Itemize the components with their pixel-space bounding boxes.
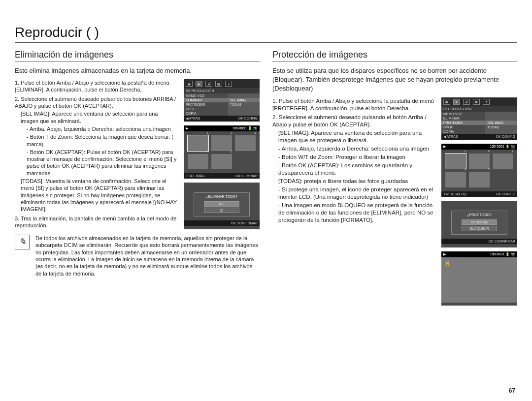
right-todas-b2: - Una imagen en modo BLOQUEO se proteger… — [272, 202, 434, 224]
menu-section: REPRODUCCIÓN — [441, 106, 517, 112]
menu-item: DPOF — [441, 125, 485, 129]
left-screen-dialog: ¿ELIMINAR TODO? NO SÍ OK CONFIRMAR — [184, 183, 260, 229]
footer-back: ◀ ATRÁS — [443, 135, 458, 139]
menu-item: SEL IMAG — [485, 121, 517, 125]
left-todas: [TODAS]: Muestra la ventana de confirmac… — [15, 178, 177, 213]
left-screen-menu: ▣ ▶ 🔊 ▦ ✦ REPRODUCCIÓN MEMO VOZ ELIMINAR… — [184, 79, 260, 122]
right-step1: 1. Pulse el botón Arriba / Abajo y selec… — [272, 97, 434, 112]
note-icon: ✎ — [15, 235, 30, 249]
right-column: Protección de imágenes Esto se utiliza p… — [272, 50, 517, 306]
left-heading: Eliminación de imágenes — [15, 50, 260, 62]
right-step2: 2. Seleccione el submenú deseado pulsand… — [272, 114, 434, 128]
menu-item: MEMO VOZ — [441, 112, 485, 116]
menu-item — [485, 112, 517, 116]
menu-item: DPOF — [184, 107, 228, 111]
tab-icon: ▦ — [473, 99, 480, 105]
page-title: Reproducir ( ) — [15, 25, 517, 43]
footer-back: ◀ ATRÁS — [186, 117, 200, 121]
grid-cell: 5 — [211, 154, 232, 170]
grid-cell: 3 — [235, 135, 256, 151]
menu-item — [485, 129, 517, 134]
grid-cell: 4 — [445, 172, 466, 187]
right-sel-b1: - Arriba, Abajo, Izquierda o Derecha: se… — [272, 145, 434, 153]
footer-ok: OK CONFIG — [496, 135, 515, 139]
dialog-opt-yes: SÍ — [204, 208, 239, 213]
right-screen-grid: ▶ 100-0031 🔋 📷 1 2 3 4 5 TW DES — [441, 144, 517, 197]
right-intro: Esto se utiliza para que los disparos es… — [272, 66, 517, 93]
status-text: 100-0031 🔋 📷 — [490, 252, 515, 256]
right-screen-preview: ▶ 100-0031 🔋 📷 🔒 — [441, 251, 517, 306]
right-sel-b2: - Botón W/T de Zoom: Proteger o liberar … — [272, 154, 434, 161]
right-screen-menu: ▣ ▶ 🔊 ▦ ✦ REPRODUCCIÓN MEMO VOZ ELIMINAR… — [441, 97, 517, 140]
right-heading: Protección de imágenes — [272, 50, 517, 62]
status-text: 100-0031 🔋 📷 — [233, 126, 258, 130]
right-todas-b1: - Si protege una imagen, el icono de pro… — [272, 186, 434, 201]
grid-cell: 1 — [445, 154, 466, 169]
play-icon: ▶ — [186, 126, 188, 130]
dialog-question: ¿ELIMINAR TODO? — [194, 195, 249, 200]
tab-icon: ▦ — [215, 81, 222, 87]
grid-cell: 2 — [469, 154, 490, 169]
tab-icon: ✦ — [483, 99, 490, 105]
lock-icon: 🔒 — [444, 260, 450, 266]
tab-icon: ▣ — [186, 81, 193, 87]
left-step1: 1. Pulse el botón Arriba / Abajo y selec… — [15, 79, 177, 93]
left-note: De todos los archivos almacenados en la … — [35, 235, 260, 277]
play-icon: ▶ — [443, 145, 446, 149]
footer-left: TW DESBLOQ — [443, 192, 466, 196]
tab-icon: 🔊 — [205, 81, 212, 87]
menu-section: REPRODUCCIÓN — [184, 88, 260, 93]
play-icon: ▶ — [443, 252, 446, 256]
left-intro: Esto elimina imágenes almacenadas en la … — [15, 66, 260, 75]
status-text: 100-0031 🔋 📷 — [490, 145, 515, 149]
dialog-opt1: DESBLOQ — [462, 219, 497, 225]
tab-icon: 🔊 — [463, 99, 470, 105]
footer-ok: OK CONFIRMAR — [489, 240, 515, 243]
tab-row: ▣ ▶ 🔊 ▦ ✦ — [441, 97, 517, 106]
left-step3: 3. Tras la eliminación, la pantalla de m… — [15, 215, 177, 229]
grid-cell: 3 — [493, 154, 513, 169]
tab-icon: ▶ — [196, 81, 202, 87]
grid-cell: 4 — [188, 154, 208, 170]
footer-ok: OK CONFIRMAR — [231, 221, 258, 225]
right-sel-b3: - Botón OK (ACEPTAR): Los cambios se gua… — [272, 162, 434, 177]
menu-item — [485, 116, 517, 121]
tab-row: ▣ ▶ 🔊 ▦ ✦ — [184, 79, 260, 88]
dialog-question: ¿PROT TODO? — [452, 213, 507, 218]
right-text: 1. Pulse el botón Arriba / Abajo y selec… — [272, 97, 434, 306]
footer-right: OK ELIMINAR — [235, 174, 258, 178]
dialog-opt2: BLOQUEAR — [462, 226, 497, 231]
right-todas: [TODAS]: proteja o libere todas las foto… — [272, 178, 434, 185]
left-step2: 2. Seleccione el submenú deseado pulsand… — [15, 95, 177, 110]
dialog-opt-no: NO — [204, 201, 239, 207]
menu-item: MEMO VOZ — [184, 93, 228, 98]
left-sel-b1: - Arriba, Abajo, Izquierda o Derecha: se… — [15, 125, 177, 132]
menu-item: COPIA — [184, 111, 228, 116]
left-sel-b3: - Botón OK (ACEPTAR): Pulse el botón OK … — [15, 149, 177, 177]
right-sel-label: [SEL IMÁG]: Aparece una ventana de selec… — [272, 129, 434, 144]
grid-cell: 1 — [188, 135, 208, 151]
menu-item — [228, 111, 260, 116]
grid-cell: 2 — [211, 135, 232, 151]
left-sel-b2: - Botón T de Zoom: Selecciona la imagen … — [15, 133, 177, 148]
menu-item: PROTEGER — [441, 121, 485, 125]
menu-item — [228, 107, 260, 111]
left-text: 1. Pulse el botón Arriba / Abajo y selec… — [15, 79, 177, 230]
footer-left: T SEL IMÁG — [186, 174, 205, 178]
menu-item: TODAS — [485, 125, 517, 129]
menu-item: TODAS — [228, 102, 260, 107]
menu-item: COPIA — [441, 129, 485, 134]
tab-icon: ✦ — [225, 81, 232, 87]
grid-cell: 5 — [469, 172, 490, 187]
footer-right: OK CONFIG — [496, 192, 515, 196]
menu-item: PROTEGER — [184, 102, 228, 107]
left-screen-grid: ▶ 100-0031 🔋 📷 1 2 3 4 5 T SEL — [184, 125, 260, 179]
right-screen-dialog: ¿PROT TODO? DESBLOQ BLOQUEAR OK CONFIRMA… — [441, 201, 517, 247]
tab-icon: ▣ — [443, 99, 450, 105]
page-number: 67 — [509, 387, 515, 394]
left-sel-label: [SEL IMÁG]: Aparece una ventana de selec… — [15, 110, 177, 124]
menu-item: ELIMINAR — [184, 98, 228, 102]
footer-ok: OK CONFIG — [238, 117, 258, 121]
menu-item: SEL IMAG — [228, 98, 260, 102]
menu-item — [228, 93, 260, 98]
